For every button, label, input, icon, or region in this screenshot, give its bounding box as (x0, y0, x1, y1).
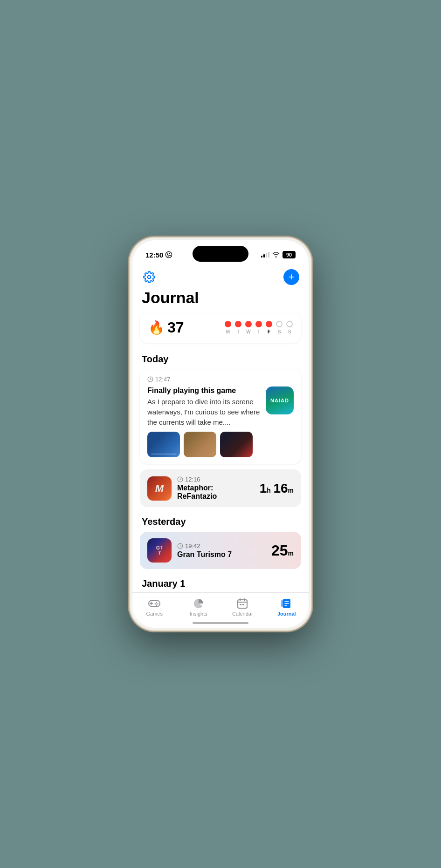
metaphor-activity-card[interactable]: 12:16 Metaphor: ReFantazio 1h 16m (140, 469, 301, 507)
home-indicator (132, 619, 309, 628)
svg-point-13 (157, 604, 158, 605)
week-dots: M T W T F S S (225, 321, 293, 334)
entry-text-block: Finally playing this game As I prepare t… (147, 387, 260, 427)
yesterday-section-header: Yesterday (132, 513, 309, 532)
gamepad-svg (148, 598, 160, 609)
metaphor-duration-m-unit: m (288, 487, 294, 494)
main-scroll: + Journal 🔥 37 (132, 265, 309, 592)
metaphor-duration-h-unit: h (267, 487, 271, 494)
page-title: Journal (132, 287, 309, 312)
day-tue: T (235, 329, 241, 334)
streak-count: 🔥 37 (148, 319, 184, 336)
dot-tue (235, 321, 241, 327)
svg-point-2 (169, 253, 170, 254)
metaphor-time-row: 12:16 (177, 476, 254, 483)
journal-svg (281, 598, 292, 609)
tab-games[interactable]: Games (140, 597, 168, 617)
dot-mon (225, 321, 231, 327)
gt-duration-m-unit: m (288, 549, 294, 557)
dynamic-island (193, 246, 248, 262)
tab-journal[interactable]: Journal (273, 597, 301, 617)
dots-row (225, 321, 293, 327)
home-bar (193, 622, 248, 624)
metaphor-app-icon (147, 476, 172, 501)
settings-button[interactable] (142, 270, 157, 285)
dot-thu (255, 321, 262, 327)
svg-rect-21 (242, 604, 244, 605)
gt-time: 19:42 (185, 542, 200, 549)
clock-icon (147, 376, 153, 382)
gt-clock-icon (177, 543, 183, 549)
phone-frame: 12:50 (130, 237, 311, 631)
dot-sat (276, 321, 283, 327)
metaphor-clock-icon (177, 476, 183, 482)
entry-body: As I prepare to dive into its serene wat… (147, 397, 260, 427)
palette-icon (165, 251, 172, 258)
naiad-app-label: NAIAD (270, 398, 289, 403)
entry-thumbnails (147, 432, 294, 457)
streak-number: 37 (167, 319, 184, 336)
january1-section-header: January 1 (132, 575, 309, 592)
entry-time: 12:47 (147, 376, 294, 383)
gt-title: Gran Turismo 7 (177, 550, 266, 559)
metaphor-duration-minutes: 16 (273, 481, 288, 495)
svg-rect-16 (238, 600, 247, 608)
add-entry-button[interactable]: + (283, 269, 299, 285)
days-row: M T W T F S S (225, 329, 293, 334)
dot-fri (266, 321, 272, 327)
day-fri: F (266, 329, 272, 334)
journal-icon (281, 597, 293, 610)
tab-insights[interactable]: Insights (185, 597, 213, 617)
tab-games-label: Games (146, 611, 163, 617)
calendar-svg (237, 598, 248, 609)
entry-header: Finally playing this game As I prepare t… (147, 387, 294, 427)
top-nav: + (132, 265, 309, 287)
dot-sun (286, 321, 293, 327)
day-wed: W (245, 329, 252, 334)
tab-insights-label: Insights (190, 611, 207, 617)
svg-point-14 (156, 604, 158, 606)
day-mon: M (225, 329, 231, 334)
gamepad-icon (148, 597, 160, 610)
gt-app-label: GT7 (156, 545, 163, 556)
svg-point-0 (166, 251, 172, 258)
tab-bar: Games Insights (132, 592, 309, 619)
gt-time-row: 19:42 (177, 542, 266, 549)
tab-calendar-label: Calendar (232, 611, 253, 617)
metaphor-title: Metaphor: ReFantazio (177, 484, 254, 501)
journal-entry-card[interactable]: 12:47 Finally playing this game As I pre… (140, 369, 301, 464)
thumbnail-2 (184, 432, 216, 457)
gt-app-icon: GT7 (147, 538, 172, 563)
metaphor-time: 12:16 (185, 476, 200, 483)
dot-wed (245, 321, 252, 327)
streak-card: 🔥 37 M T W (140, 312, 301, 343)
naiad-app-icon: NAIAD (266, 387, 294, 414)
signal-icon (261, 252, 269, 258)
day-sun: S (286, 329, 293, 334)
metaphor-duration: 1h 16m (260, 481, 294, 496)
gt-duration-minutes: 25 (271, 542, 288, 559)
gear-icon (143, 271, 155, 283)
today-section-header: Today (132, 350, 309, 369)
calendar-icon (236, 597, 248, 610)
time-display: 12:50 (145, 251, 163, 259)
svg-point-3 (170, 255, 171, 256)
metaphor-info: 12:16 Metaphor: ReFantazio (177, 476, 254, 501)
day-thu: T (255, 329, 262, 334)
entry-timestamp: 12:47 (155, 376, 171, 383)
gt-activity-card[interactable]: GT7 19:42 Gran Turismo 7 25m (140, 532, 301, 569)
tab-calendar[interactable]: Calendar (228, 597, 256, 617)
svg-point-1 (167, 253, 168, 255)
thumbnail-1 (147, 432, 180, 457)
day-sat: S (276, 329, 283, 334)
svg-point-15 (155, 604, 156, 605)
status-icons: 90 (261, 251, 296, 258)
metaphor-duration-hours: 1 (260, 481, 267, 495)
entry-title: Finally playing this game (147, 387, 260, 395)
svg-rect-20 (240, 604, 241, 605)
svg-point-5 (148, 276, 151, 279)
fire-icon: 🔥 (148, 320, 165, 335)
phone-screen: 12:50 (132, 240, 309, 628)
wifi-icon (272, 252, 280, 258)
tab-journal-label: Journal (277, 611, 296, 617)
